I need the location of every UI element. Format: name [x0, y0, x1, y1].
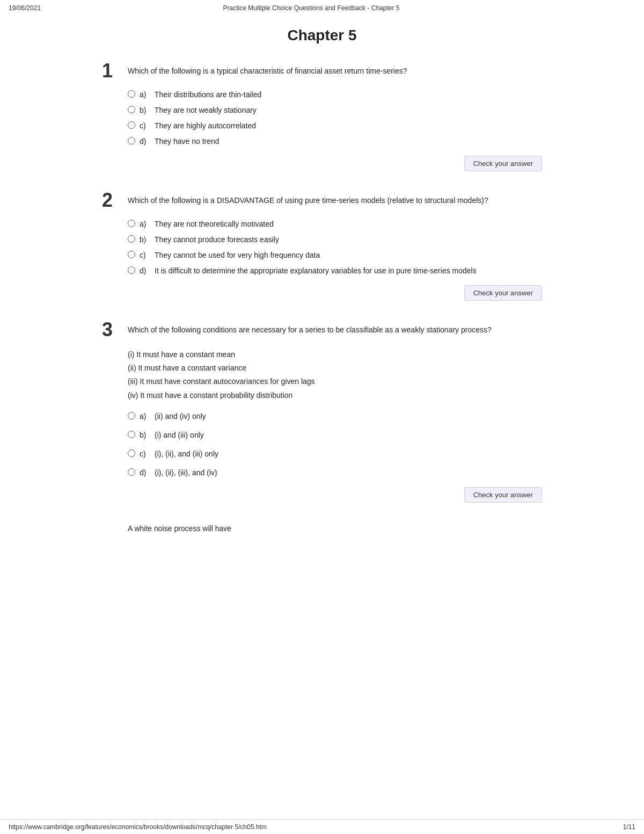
question-2-number: 2 — [102, 191, 123, 210]
list-item: d) It is difficult to determine the appr… — [128, 265, 542, 277]
option-d2-label: d) — [140, 265, 150, 277]
check-answer-button-1[interactable]: Check your answer — [464, 156, 542, 171]
question-1: 1 Which of the following is a typical ch… — [102, 63, 542, 171]
condition-iv: (iv) It must have a constant probability… — [128, 389, 542, 402]
option-b2-text: They cannot produce forecasts easily — [155, 234, 542, 245]
chapter-title: Chapter 5 — [102, 27, 542, 44]
question-3-conditions: (i) It must have a constant mean (ii) It… — [102, 348, 542, 402]
option-a2-label: a) — [140, 219, 150, 230]
option-a3-label: a) — [140, 411, 150, 422]
list-item: b) (i) and (iii) only — [128, 430, 542, 441]
option-d3-text: (i), (ii), (iii), and (iv) — [155, 467, 542, 478]
option-c3-text: (i), (ii), and (iii) only — [155, 448, 542, 460]
condition-i: (i) It must have a constant mean — [128, 348, 542, 361]
top-bar: 19/06/2021 Practice Multiple Choice Ques… — [0, 0, 644, 16]
option-c1-text: They are highly autocorrelated — [155, 120, 542, 132]
question-2-header: 2 Which of the following is a DISADVANTA… — [102, 193, 542, 210]
check-answer-button-2[interactable]: Check your answer — [464, 285, 542, 301]
date-label: 19/06/2021 — [9, 4, 41, 12]
list-item: c) (i), (ii), and (iii) only — [128, 448, 542, 460]
radio-d2[interactable] — [128, 266, 135, 274]
option-d1-label: d) — [140, 136, 150, 147]
option-b1-text: They are not weakly stationary — [155, 105, 542, 116]
list-item: c) They are highly autocorrelated — [128, 120, 542, 132]
option-c2-text: They cannot be used for very high freque… — [155, 250, 542, 261]
radio-c1[interactable] — [128, 121, 135, 129]
check-answer-button-3[interactable]: Check your answer — [464, 487, 542, 503]
question-3: 3 Which of the following conditions are … — [102, 322, 542, 503]
option-d1-text: They have no trend — [155, 136, 542, 147]
question-3-options: a) (ii) and (iv) only b) (i) and (iii) o… — [102, 411, 542, 478]
radio-b2[interactable] — [128, 235, 135, 243]
question-2-options: a) They are not theoretically motivated … — [102, 219, 542, 277]
option-a1-text: Their distributions are thin-tailed — [155, 89, 542, 100]
bottom-page-count: 1/11 — [623, 823, 635, 831]
list-item: d) They have no trend — [128, 136, 542, 147]
radio-d1[interactable] — [128, 137, 135, 144]
question-1-number: 1 — [102, 61, 123, 81]
question-1-options: a) Their distributions are thin-tailed b… — [102, 89, 542, 147]
list-item: a) (ii) and (iv) only — [128, 411, 542, 422]
radio-b3[interactable] — [128, 431, 135, 438]
option-d2-text: It is difficult to determine the appropr… — [155, 265, 542, 277]
option-b3-text: (i) and (iii) only — [155, 430, 542, 441]
option-c1-label: c) — [140, 120, 150, 132]
question-2-text: Which of the following is a DISADVANTAGE… — [123, 193, 488, 206]
radio-c2[interactable] — [128, 251, 135, 258]
radio-d3[interactable] — [128, 468, 135, 476]
condition-ii: (ii) It must have a constant variance — [128, 361, 542, 375]
radio-a3[interactable] — [128, 412, 135, 419]
radio-c3[interactable] — [128, 449, 135, 457]
bottom-bar: https://www.cambridge.org/features/econo… — [0, 820, 644, 834]
radio-a1[interactable] — [128, 90, 135, 98]
bottom-url: https://www.cambridge.org/features/econo… — [9, 823, 267, 831]
option-b3-label: b) — [140, 430, 150, 441]
list-item: a) Their distributions are thin-tailed — [128, 89, 542, 100]
question-1-text: Which of the following is a typical char… — [123, 63, 407, 77]
option-c2-label: c) — [140, 250, 150, 261]
option-b1-label: b) — [140, 105, 150, 116]
question-1-header: 1 Which of the following is a typical ch… — [102, 63, 542, 81]
option-a1-label: a) — [140, 89, 150, 100]
question-2: 2 Which of the following is a DISADVANTA… — [102, 193, 542, 301]
list-item: b) They cannot produce forecasts easily — [128, 234, 542, 245]
condition-iii: (iii) It must have constant autocovarian… — [128, 375, 542, 388]
list-item: b) They are not weakly stationary — [128, 105, 542, 116]
option-c3-label: c) — [140, 448, 150, 460]
option-a2-text: They are not theoretically motivated — [155, 219, 542, 230]
main-content: Chapter 5 1 Which of the following is a … — [80, 16, 564, 565]
option-a3-text: (ii) and (iv) only — [155, 411, 542, 422]
radio-b1[interactable] — [128, 106, 135, 113]
option-b2-label: b) — [140, 234, 150, 245]
question-3-number: 3 — [102, 320, 123, 339]
page-title-bar: Practice Multiple Choice Questions and F… — [223, 4, 400, 12]
question-3-text: Which of the following conditions are ne… — [123, 322, 492, 336]
list-item: c) They cannot be used for very high fre… — [128, 250, 542, 261]
radio-a2[interactable] — [128, 220, 135, 227]
question-3-header: 3 Which of the following conditions are … — [102, 322, 542, 339]
option-d3-label: d) — [140, 467, 150, 478]
q4-intro: A white noise process will have — [102, 524, 542, 533]
list-item: a) They are not theoretically motivated — [128, 219, 542, 230]
list-item: d) (i), (ii), (iii), and (iv) — [128, 467, 542, 478]
